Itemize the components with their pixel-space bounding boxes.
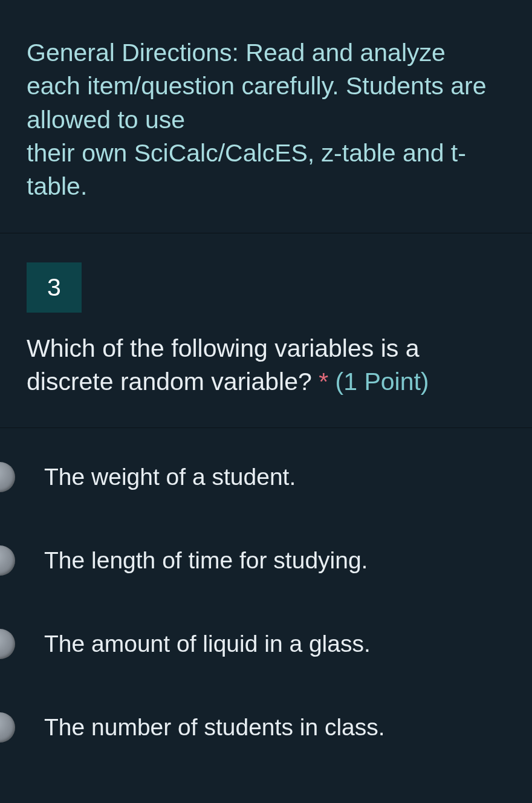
directions-text: General Directions: Read and analyze eac… (27, 36, 505, 204)
option-item[interactable]: The amount of liquid in a glass. (0, 629, 532, 659)
question-header-section: 3 Which of the following variables is a … (0, 233, 532, 429)
option-label: The length of time for studying. (44, 547, 368, 574)
radio-button-icon[interactable] (0, 712, 15, 743)
option-item[interactable]: The weight of a student. (0, 462, 532, 492)
points-text: (1 Point) (336, 368, 429, 395)
options-section: The weight of a student. The length of t… (0, 428, 532, 743)
directions-section: General Directions: Read and analyze eac… (0, 0, 532, 233)
option-label: The number of students in class. (44, 714, 385, 741)
radio-button-icon[interactable] (0, 629, 15, 659)
option-item[interactable]: The length of time for studying. (0, 545, 532, 576)
radio-button-icon[interactable] (0, 462, 15, 492)
question-number-badge: 3 (27, 262, 82, 313)
option-item[interactable]: The number of students in class. (0, 712, 532, 743)
option-label: The weight of a student. (44, 464, 296, 490)
radio-button-icon[interactable] (0, 545, 15, 576)
question-text: Which of the following variables is a di… (27, 332, 505, 399)
required-asterisk: * (319, 368, 328, 395)
option-label: The amount of liquid in a glass. (44, 631, 371, 657)
